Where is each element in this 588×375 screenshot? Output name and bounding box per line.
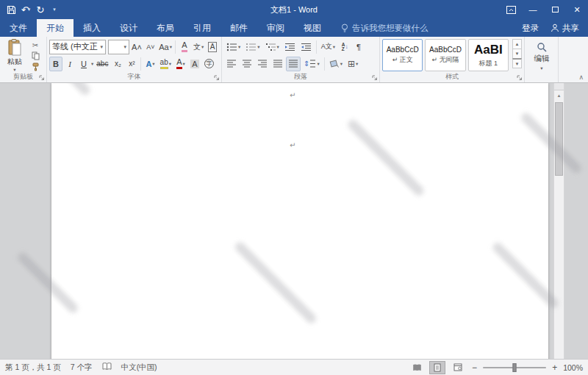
qat-customize-button[interactable]: ▾ bbox=[49, 2, 62, 17]
tab-home[interactable]: 开始 bbox=[37, 19, 74, 37]
shrink-font-icon: A˅ bbox=[146, 43, 154, 51]
ribbon-display-options-button[interactable] bbox=[500, 0, 522, 19]
italic-button[interactable]: I bbox=[63, 57, 76, 71]
styles-dialog-launcher[interactable] bbox=[517, 75, 523, 81]
bold-button[interactable]: B bbox=[49, 57, 62, 71]
zoom-slider[interactable] bbox=[483, 362, 546, 373]
styles-gallery-more-button[interactable]: ▼ bbox=[512, 58, 522, 68]
proofing-status-button[interactable] bbox=[102, 362, 112, 372]
highlight-color-button[interactable]: ab▾ bbox=[158, 57, 173, 71]
character-border-button[interactable]: A bbox=[206, 40, 219, 54]
scrollbar-up-button[interactable]: ▲ bbox=[554, 90, 564, 101]
undo-button[interactable]: ↶▾ bbox=[19, 2, 32, 17]
increase-indent-button[interactable] bbox=[298, 40, 314, 54]
tab-references[interactable]: 引用 bbox=[184, 19, 220, 37]
tell-me-box[interactable]: 告诉我您想要做什么 bbox=[341, 19, 429, 37]
line-spacing-button[interactable]: ⇕▾ bbox=[301, 57, 322, 71]
change-case-button[interactable]: Aa▾ bbox=[158, 40, 173, 54]
font-size-combo[interactable]: ▾ bbox=[108, 40, 129, 54]
vertical-scrollbar[interactable]: ▲ bbox=[553, 83, 564, 359]
scrollbar-split-handle[interactable] bbox=[554, 83, 564, 90]
align-right-button[interactable] bbox=[255, 57, 270, 71]
tab-view[interactable]: 视图 bbox=[294, 19, 331, 37]
font-color-button[interactable]: A▾ bbox=[174, 57, 187, 71]
paragraph-dialog-launcher[interactable] bbox=[372, 75, 378, 81]
tab-design[interactable]: 设计 bbox=[110, 19, 147, 37]
maximize-button[interactable] bbox=[544, 0, 566, 19]
zoom-in-button[interactable]: + bbox=[551, 362, 559, 373]
share-button[interactable]: 共享 bbox=[551, 23, 579, 34]
styles-scroll-down-button[interactable]: ▼ bbox=[512, 49, 522, 59]
view-web-layout-button[interactable] bbox=[450, 361, 466, 374]
copy-button[interactable] bbox=[29, 51, 42, 61]
zoom-percent[interactable]: 100% bbox=[563, 363, 583, 372]
clipboard-dialog-launcher[interactable] bbox=[39, 75, 45, 81]
language-status[interactable]: 中文(中国) bbox=[121, 362, 157, 373]
align-center-button[interactable] bbox=[240, 57, 254, 71]
zoom-slider-thumb[interactable] bbox=[513, 363, 517, 372]
sign-in-link[interactable]: 登录 bbox=[522, 23, 539, 34]
font-name-combo[interactable]: 等线 (中文正▾ bbox=[49, 40, 106, 54]
asian-layout-button[interactable]: A文▾ bbox=[319, 40, 337, 54]
tab-review[interactable]: 审阅 bbox=[257, 19, 294, 37]
strikethrough-icon: abc bbox=[96, 60, 108, 68]
sort-button[interactable]: AZ↓ bbox=[338, 40, 351, 54]
bullets-button[interactable]: ▾ bbox=[224, 40, 243, 54]
enclose-characters-button[interactable]: 字 bbox=[202, 57, 216, 71]
styles-scroll-up-button[interactable]: ▲ bbox=[512, 39, 522, 49]
shrink-font-button[interactable]: A˅ bbox=[144, 40, 157, 54]
tab-layout[interactable]: 布局 bbox=[147, 19, 184, 37]
style-label: 无间隔 bbox=[440, 56, 459, 63]
view-print-layout-button[interactable] bbox=[429, 361, 445, 374]
multilevel-dropdown-icon: ▾ bbox=[277, 44, 279, 50]
scrollbar-thumb[interactable] bbox=[555, 102, 563, 176]
grow-font-icon: A˄ bbox=[132, 43, 142, 51]
multilevel-list-button[interactable]: ▾ bbox=[263, 40, 282, 54]
superscript-button[interactable]: x² bbox=[125, 57, 138, 71]
minimize-button[interactable]: — bbox=[522, 0, 544, 19]
numbering-button[interactable]: ▾ bbox=[243, 40, 262, 54]
subscript-button[interactable]: x₂ bbox=[111, 57, 124, 71]
editing-label: 编辑 bbox=[534, 54, 550, 64]
underline-button[interactable]: U bbox=[77, 57, 90, 71]
character-shading-button[interactable]: A bbox=[188, 57, 201, 71]
paragraph-mark: ↵ bbox=[290, 141, 295, 149]
tab-insert[interactable]: 插入 bbox=[74, 19, 110, 37]
collapse-ribbon-button[interactable]: ∧ bbox=[578, 74, 584, 81]
view-read-mode-button[interactable] bbox=[409, 361, 425, 374]
save-button[interactable] bbox=[4, 2, 18, 17]
word-window: ↶▾ ↻ ▾ 文档1 - Word — ✕ 文件 开始 插入 设计 布局 引用 … bbox=[0, 0, 588, 375]
align-left-button[interactable] bbox=[224, 57, 239, 71]
page-number-status[interactable]: 第 1 页，共 1 页 bbox=[5, 362, 61, 373]
phonetic-guide-button[interactable]: 文▾ bbox=[192, 40, 205, 54]
word-count-status[interactable]: 7 个字 bbox=[71, 362, 93, 373]
shading-button[interactable]: ▾ bbox=[327, 57, 345, 71]
tab-mailings[interactable]: 邮件 bbox=[220, 19, 257, 37]
underline-dropdown-icon[interactable]: ▾ bbox=[91, 61, 93, 67]
zoom-out-button[interactable]: − bbox=[470, 362, 478, 373]
distribute-button[interactable] bbox=[286, 57, 301, 71]
clear-formatting-button[interactable]: A bbox=[178, 40, 191, 54]
redo-button[interactable]: ↻ bbox=[34, 2, 47, 17]
close-button[interactable]: ✕ bbox=[566, 0, 588, 19]
grow-font-button[interactable]: A˄ bbox=[130, 40, 143, 54]
style-card-no-spacing[interactable]: AaBbCcD ↵ 无间隔 bbox=[425, 39, 465, 71]
cut-button[interactable]: ✂ bbox=[29, 40, 42, 50]
style-card-heading1[interactable]: AaBI 标题 1 bbox=[468, 39, 509, 71]
editing-button[interactable]: 编辑 ▾ bbox=[527, 39, 556, 71]
justify-button[interactable] bbox=[270, 57, 285, 71]
style-card-normal[interactable]: AaBbCcD ↵ 正文 bbox=[382, 39, 423, 71]
font-dialog-launcher[interactable] bbox=[214, 75, 220, 81]
font-group-label: 字体 bbox=[47, 72, 221, 82]
borders-button[interactable]: ⊞▾ bbox=[345, 57, 360, 71]
paste-button[interactable]: 粘贴 ▾ bbox=[2, 39, 27, 73]
italic-icon: I bbox=[68, 60, 71, 68]
lightbulb-icon bbox=[341, 24, 348, 33]
strikethrough-button[interactable]: abc bbox=[94, 57, 110, 71]
show-hide-marks-button[interactable]: ¶ bbox=[352, 40, 365, 54]
document-page[interactable]: ↵ ↵ bbox=[51, 83, 548, 359]
decrease-indent-button[interactable] bbox=[282, 40, 298, 54]
tab-file[interactable]: 文件 bbox=[0, 19, 37, 37]
format-painter-button[interactable] bbox=[29, 62, 42, 72]
text-effects-button[interactable]: A▾ bbox=[143, 57, 157, 71]
